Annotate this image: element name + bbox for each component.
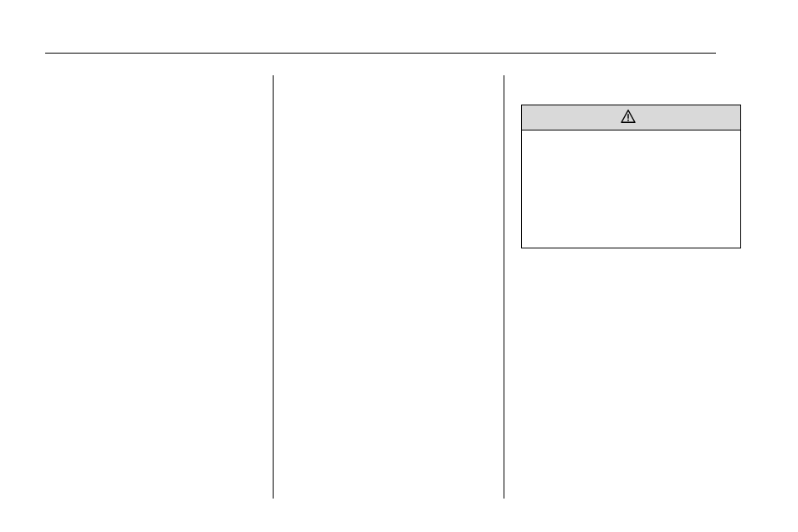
header-rule — [45, 53, 716, 54]
warning-icon — [621, 110, 636, 126]
document-page — [0, 0, 798, 532]
column-1 — [45, 75, 273, 499]
caution-header — [522, 105, 740, 130]
caution-box — [521, 105, 741, 248]
svg-point-1 — [627, 119, 629, 120]
column-2 — [273, 75, 504, 499]
column-3 — [504, 75, 716, 499]
columns — [45, 75, 716, 499]
caution-body — [522, 130, 740, 248]
